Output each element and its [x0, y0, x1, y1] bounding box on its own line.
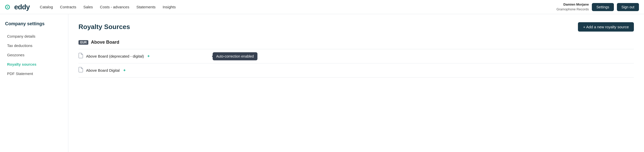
add-royalty-source-button[interactable]: + Add a new royalty source [578, 22, 634, 32]
source-list: Above Board (deprecated - digital) ✦ Aut… [78, 49, 634, 78]
page-title: Royalty Sources [78, 23, 130, 31]
source-item-2: Above Board Digital ✦ [78, 63, 634, 78]
nav-sales[interactable]: Sales [83, 5, 93, 9]
header-right: Damien Morjane Gramophone Records Settin… [556, 2, 639, 11]
content-header: Royalty Sources + Add a new royalty sour… [78, 22, 634, 32]
autocorrect-tooltip-1: Auto-correction enabled [213, 52, 257, 60]
main-layout: Company settings Company details Tax ded… [0, 14, 644, 152]
nav-contracts[interactable]: Contracts [60, 5, 76, 9]
source-name-2: Above Board Digital [86, 68, 120, 72]
user-company: Gramophone Records [556, 7, 589, 12]
nav-catalog[interactable]: Catalog [40, 5, 53, 9]
sidebar-item-company-details[interactable]: Company details [5, 32, 63, 41]
nav-costs[interactable]: Costs - advances [100, 5, 129, 9]
logo-icon [5, 3, 13, 11]
group-name: Above Board [91, 40, 119, 45]
sidebar: Company settings Company details Tax ded… [0, 14, 68, 152]
sidebar-item-tax-deductions[interactable]: Tax deductions [5, 41, 63, 50]
main-nav: Catalog Contracts Sales Costs - advances… [40, 5, 556, 9]
sidebar-item-royalty-sources[interactable]: Royalty sources [5, 60, 63, 69]
file-icon-2 [78, 67, 83, 74]
settings-button[interactable]: Settings [592, 3, 614, 11]
autocorrect-icon-2[interactable]: ✦ [123, 68, 126, 73]
file-icon-1 [78, 53, 83, 60]
sidebar-item-pdf-statement[interactable]: PDF Statement [5, 69, 63, 78]
source-item-1: Above Board (deprecated - digital) ✦ Aut… [78, 49, 634, 63]
source-name-1: Above Board (deprecated - digital) [86, 54, 144, 58]
user-name: Damien Morjane [556, 2, 589, 7]
sidebar-title: Company settings [5, 21, 63, 27]
group-header: EUR Above Board [78, 40, 634, 45]
autocorrect-icon-1[interactable]: ✦ [147, 54, 150, 59]
user-info: Damien Morjane Gramophone Records [556, 2, 589, 11]
signout-button[interactable]: Sign out [617, 3, 639, 11]
currency-badge: EUR [78, 40, 88, 45]
svg-point-1 [7, 6, 8, 8]
logo: eddy [5, 3, 30, 11]
nav-statements[interactable]: Statements [136, 5, 156, 9]
header: eddy Catalog Contracts Sales Costs - adv… [0, 0, 644, 14]
sidebar-item-geozones[interactable]: Geozones [5, 50, 63, 60]
main-content: Royalty Sources + Add a new royalty sour… [68, 14, 644, 152]
logo-text: eddy [14, 3, 30, 11]
nav-insights[interactable]: Insights [163, 5, 176, 9]
